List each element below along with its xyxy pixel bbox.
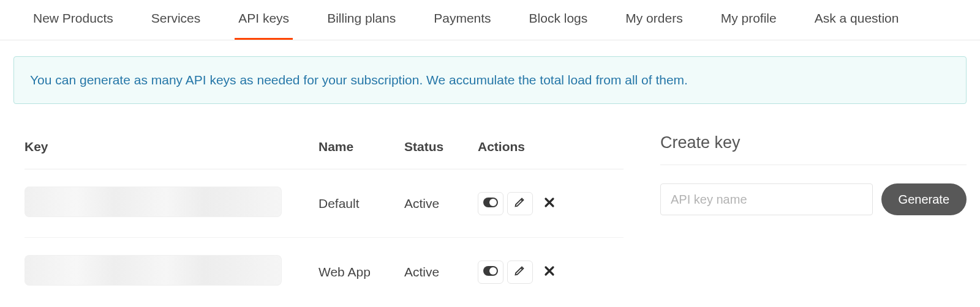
tab-payments[interactable]: Payments <box>430 0 494 40</box>
info-banner: You can generate as many API keys as nee… <box>13 56 967 104</box>
api-key-name: Default <box>318 169 404 238</box>
tab-block-logs[interactable]: Block logs <box>526 0 592 40</box>
delete-button[interactable] <box>537 261 562 284</box>
create-key-title: Create key <box>660 133 967 165</box>
api-key-value-redacted <box>24 255 282 286</box>
toggle-button[interactable] <box>478 261 503 284</box>
edit-button[interactable] <box>507 261 533 284</box>
api-key-name: Web App <box>318 238 404 306</box>
tab-new-products[interactable]: New Products <box>29 0 117 40</box>
api-key-status: Active <box>404 238 478 306</box>
col-header-name: Name <box>318 133 404 169</box>
x-icon <box>544 265 555 279</box>
col-header-key: Key <box>24 133 318 169</box>
delete-button[interactable] <box>537 192 562 215</box>
tab-billing-plans[interactable]: Billing plans <box>323 0 399 40</box>
api-key-status: Active <box>404 169 478 238</box>
pencil-icon <box>514 196 526 211</box>
pencil-icon <box>514 264 526 279</box>
x-icon <box>544 196 555 211</box>
toggle-icon <box>483 196 499 211</box>
api-keys-table: Key Name Status Actions Default Active <box>24 133 624 306</box>
toggle-button[interactable] <box>478 192 503 215</box>
tabs-nav: New Products Services API keys Billing p… <box>0 0 980 40</box>
col-header-status: Status <box>404 133 478 169</box>
api-key-name-input[interactable] <box>660 183 873 215</box>
tab-api-keys[interactable]: API keys <box>235 0 293 40</box>
create-key-panel: Create key Generate <box>660 133 967 306</box>
info-banner-text: You can generate as many API keys as nee… <box>30 73 688 87</box>
table-row: Web App Active <box>24 238 624 306</box>
tab-my-profile[interactable]: My profile <box>717 0 780 40</box>
svg-point-3 <box>489 267 497 275</box>
generate-button[interactable]: Generate <box>881 183 967 215</box>
edit-button[interactable] <box>507 192 533 215</box>
api-key-value-redacted <box>24 187 282 217</box>
tab-my-orders[interactable]: My orders <box>622 0 686 40</box>
svg-point-1 <box>489 199 497 206</box>
tab-services[interactable]: Services <box>148 0 205 40</box>
table-row: Default Active <box>24 169 624 238</box>
toggle-icon <box>483 265 499 279</box>
col-header-actions: Actions <box>478 133 624 169</box>
tab-ask-a-question[interactable]: Ask a question <box>811 0 903 40</box>
